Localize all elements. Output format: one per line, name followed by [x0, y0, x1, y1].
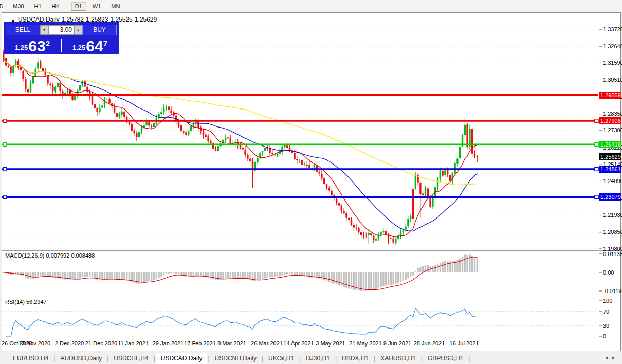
tab-audusd-daily[interactable]: AUDUSD,Daily — [56, 353, 106, 363]
tab-separator: | — [468, 355, 470, 362]
tab-scroll-left-icon[interactable]: ◂ — [605, 354, 612, 360]
rsi-pane[interactable] — [3, 298, 598, 337]
tab-usdcad-daily[interactable]: USDCAD,Daily — [156, 353, 208, 364]
timeframe-button-h1[interactable]: H1 — [30, 2, 46, 11]
tab-usdcnh-daily[interactable]: USDCNH,Daily — [210, 353, 261, 363]
tab-scroll-arrows: ◂▸ — [605, 354, 619, 361]
time-axis-scale[interactable] — [3, 338, 598, 348]
timeframe-button-h4[interactable]: H4 — [48, 2, 63, 11]
tab-usdx-h1[interactable]: USDX,H1 — [337, 353, 373, 363]
toolbar-separator — [67, 2, 67, 10]
chart-tab-bar: EURUSD,H4|AUDUSD,Daily|USDCHF,H4|USDCAD,… — [0, 352, 622, 364]
macd-pane[interactable] — [3, 251, 598, 296]
timeframe-button-mn[interactable]: MN — [107, 2, 124, 11]
tab-usdchf-h4[interactable]: USDCHF,H4 — [109, 353, 153, 363]
timeframe-button-m30[interactable]: M30 — [9, 2, 28, 11]
tab-gbpusd-h1[interactable]: GBPUSD,H1 — [423, 353, 468, 363]
price-axis-scale[interactable] — [599, 13, 621, 337]
price-chart-area[interactable] — [3, 13, 598, 250]
timeframe-button-w1[interactable]: W1 — [88, 2, 105, 11]
tab-ukoil-h1[interactable]: UKOil,H1 — [264, 353, 299, 363]
timeframe-toolbar: 5M30H1H4D1W1MN — [0, 0, 622, 12]
timeframe-button-5[interactable]: 5 — [0, 2, 7, 11]
tab-scroll-right-icon[interactable]: ▸ — [612, 354, 619, 360]
tab-dj30-h1[interactable]: DJ30,H1 — [301, 353, 335, 363]
tab-xauusd-h1[interactable]: XAUUSD,H1 — [376, 353, 420, 363]
timeframe-button-d1[interactable]: D1 — [71, 2, 86, 11]
mt4-window: 5M30H1H4D1W1MN ▲USDCAD,Daily1.257821.258… — [0, 0, 622, 364]
tab-eurusd-h4[interactable]: EURUSD,H4 — [8, 353, 53, 363]
